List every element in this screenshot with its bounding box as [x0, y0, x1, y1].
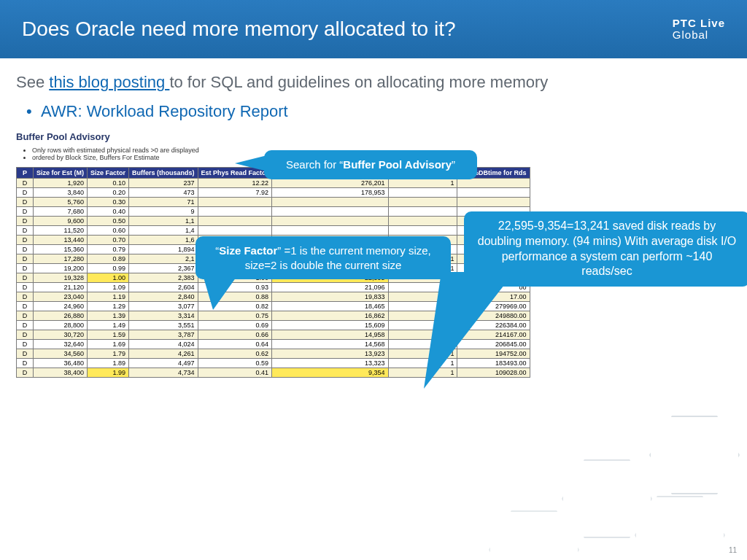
slide-header: Does Oracle need more memory allocated t…: [0, 0, 747, 58]
bullet-awr: AWR: Workload Repository Report: [41, 102, 731, 121]
table-row: D1,9200.1023712.22276,2011: [17, 179, 530, 188]
intro-text: See this blog posting to for SQL and gui…: [16, 73, 731, 92]
table-row: D11,5200.601,41.4: [17, 226, 530, 236]
callout-search: Search for “Buffer Pool Advisory”: [264, 150, 477, 179]
callout-size-factor: “Size Factor” =1 is the current memory s…: [196, 236, 451, 279]
hex-decoration: [462, 363, 747, 560]
callout-savings: 22,595-9,354=13,241 saved disk reads by …: [464, 211, 747, 287]
blog-link[interactable]: this blog posting: [49, 73, 169, 91]
brand-logo: PTC Live Global: [673, 18, 725, 42]
slide-title: Does Oracle need more memory allocated t…: [22, 18, 456, 41]
table-row: D7,6800.409: [17, 207, 530, 217]
table-row: D9,6000.501,1: [17, 217, 530, 226]
page-number: 11: [729, 546, 737, 554]
table-row: D3,8400.204737.92178,953: [17, 188, 530, 198]
section-title: Buffer Pool Advisory: [16, 131, 731, 142]
table-row: D5,7600.3071: [17, 198, 530, 207]
